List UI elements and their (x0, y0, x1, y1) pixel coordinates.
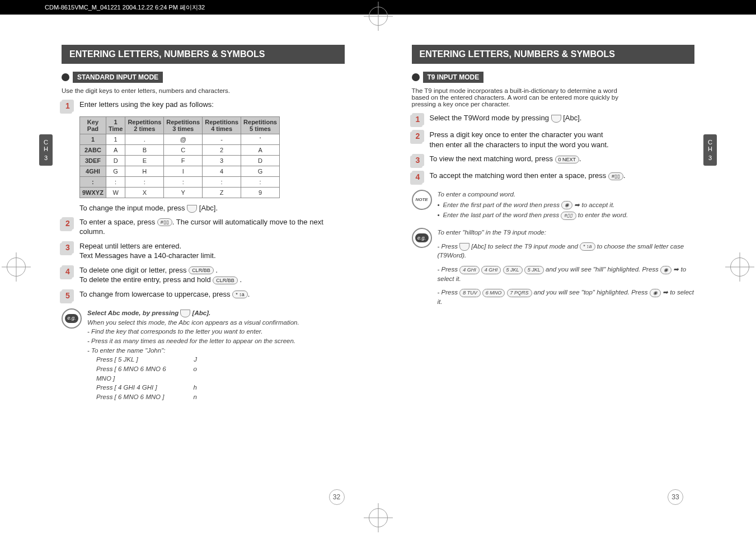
zero-key-icon: 0 NEXT (555, 156, 580, 163)
note-badge-icon: NOTE (412, 190, 432, 210)
nav-key-icon: ◉ (660, 266, 672, 274)
example-content: Select Abc mode, by pressing [Abc]. When… (87, 308, 345, 402)
table-cell: 1 (106, 134, 125, 145)
table-header: Repetitions 2 times (125, 117, 164, 134)
step-number-icon: 3 (412, 154, 424, 166)
table-header: Repetitions 5 times (241, 117, 280, 134)
table-cell: Y (164, 188, 203, 198)
mode-text: T9 INPUT MODE (423, 72, 484, 83)
table-row: :::::: (80, 177, 280, 188)
table-cell: D (106, 156, 125, 166)
table-cell: : (125, 177, 164, 188)
step-number-icon: 2 (412, 130, 424, 142)
softkey-icon (180, 310, 190, 317)
eg-title: Select Abc mode, by pressing [Abc]. (87, 308, 345, 318)
step-4: 4 To delete one digit or letter, press C… (62, 265, 345, 285)
clr-key-icon: CLR/BB (189, 266, 214, 274)
table-cell: F (164, 156, 203, 166)
intro-right: The T9 input mode incorporates a built-i… (412, 87, 624, 107)
table-cell: H (125, 166, 164, 177)
table-cell: @ (164, 134, 203, 145)
step-number-icon: 3 (62, 241, 74, 254)
note-b1: Enter the first part of the word then pr… (443, 200, 615, 210)
example-block-left: e.g. Select Abc mode, by pressing [Abc].… (62, 308, 345, 402)
page-number-right: 33 (668, 489, 683, 505)
table-cell: 9WXYZ (80, 188, 106, 198)
list-item: Press [ 6 MNO 6 MNO ]n (96, 392, 345, 402)
step3a: Repeat until letters are entered. (79, 241, 216, 251)
table-cell: : (106, 177, 125, 188)
table-cell: 2 (203, 145, 241, 156)
table-header: Repetitions 3 times (164, 117, 203, 134)
table-cell: Z (203, 188, 241, 198)
john-press: Press [ 6 MNO 6 MNO ] (96, 392, 180, 402)
table-cell: 3DEF (80, 156, 106, 166)
table-cell: G (241, 166, 280, 177)
table-cell: : (164, 177, 203, 188)
table-header: Repetitions 4 times (203, 117, 241, 134)
page-number-left: 32 (329, 489, 345, 505)
eg-b3: - To enter the name "John": (87, 346, 345, 355)
table-row: 2ABCABC2A (80, 145, 280, 156)
page-title-left: ENTERING LETTERS, NUMBERS & SYMBOLS (62, 45, 345, 64)
step-number-icon: 1 (62, 100, 74, 112)
john-press: Press [ 4 GHI 4 GHI ] (96, 383, 180, 392)
page-title-right: ENTERING LETTERS, NUMBERS & SYMBOLS (412, 45, 695, 64)
example-block-right: e.g. To enter "hilltop" in the T9 input … (412, 228, 695, 307)
change-mode-note: To change the input mode, press [Abc]. (79, 204, 345, 213)
nav-key-icon: ◉ (650, 289, 661, 297)
eg-b2: - Press 4 GHI 4 GHI 5 JKL 5 JKL and you … (438, 265, 695, 283)
example-badge-icon: e.g. (62, 308, 82, 329)
keypad-table: Key Pad1 TimeRepetitions 2 timesRepetiti… (79, 116, 280, 198)
table-cell: ' (241, 134, 280, 145)
hash-key-icon: #▯▯ (608, 172, 623, 180)
table-header: 1 Time (106, 117, 125, 134)
john-press: Press [ 6 MNO 6 MNO 6 MNO ] (96, 364, 180, 383)
step-text: Enter letters using the key pad as follo… (79, 100, 214, 110)
table-cell: 3 (203, 156, 241, 166)
step-text: To view the next matching word, press 0 … (430, 154, 581, 164)
eg-b1: - Find the key that corresponds to the l… (87, 327, 345, 336)
table-cell: W (106, 188, 125, 198)
step-number-icon: 4 (412, 171, 424, 183)
mode-bullet-icon (412, 73, 420, 81)
registration-mark-bottom (369, 508, 388, 527)
step-number-icon: 1 (412, 113, 424, 125)
step-1: 1 Select the T9Word mode by pressing [Ab… (412, 113, 695, 125)
note-block: NOTE To enter a compound word. •Enter th… (412, 190, 695, 221)
table-cell: : (203, 177, 241, 188)
john-press: Press [ 5 JKL ] (96, 355, 180, 364)
step-number-icon: 2 (62, 217, 74, 229)
registration-mark-top (369, 7, 388, 26)
key-icon: 7 PQRS (507, 289, 532, 297)
key-icon: 5 JKL (503, 266, 523, 274)
table-row: 4GHIGHI4G (80, 166, 280, 177)
note-title: To enter a compound word. (438, 190, 695, 199)
mode-text: STANDARD INPUT MODE (73, 72, 163, 83)
table-cell: - (203, 134, 241, 145)
example-content: To enter "hilltop" in the T9 input mode:… (438, 228, 695, 307)
key-icon: 4 GHI (481, 266, 501, 274)
table-cell: : (80, 177, 106, 188)
step-number-icon: 5 (62, 289, 74, 302)
step-2: 2 Press a digit key once to enter the ch… (412, 130, 695, 149)
table-cell: : (241, 177, 280, 188)
note-content: To enter a compound word. •Enter the fir… (438, 190, 695, 221)
mode-heading-right: T9 INPUT MODE (412, 72, 484, 83)
header-text: CDM-8615VMC_M_041221 2004.12.22 6:24 PM … (45, 3, 205, 12)
note-b2: Enter the last part of the word then pre… (443, 210, 628, 220)
page-left: ENTERING LETTERS, NUMBERS & SYMBOLS STAN… (39, 34, 378, 489)
nav-key-icon: ◉ (561, 201, 572, 209)
hash-key-icon: #▯▯ (561, 212, 576, 220)
key-icon: #▯▯ (157, 218, 172, 226)
table-header: Key Pad (80, 117, 106, 134)
key-icon: 8 TUV (459, 289, 481, 297)
list-item: Press [ 6 MNO 6 MNO 6 MNO ]o (96, 364, 345, 383)
list-item: Press [ 4 GHI 4 GHI ]h (96, 383, 345, 392)
table-cell: 4GHI (80, 166, 106, 177)
key-icon: 4 GHI (459, 266, 480, 274)
table-row: 11.@-' (80, 134, 280, 145)
table-cell: C (164, 145, 203, 156)
table-row: 3DEFDEF3D (80, 156, 280, 166)
example-badge-icon: e.g. (412, 228, 432, 248)
